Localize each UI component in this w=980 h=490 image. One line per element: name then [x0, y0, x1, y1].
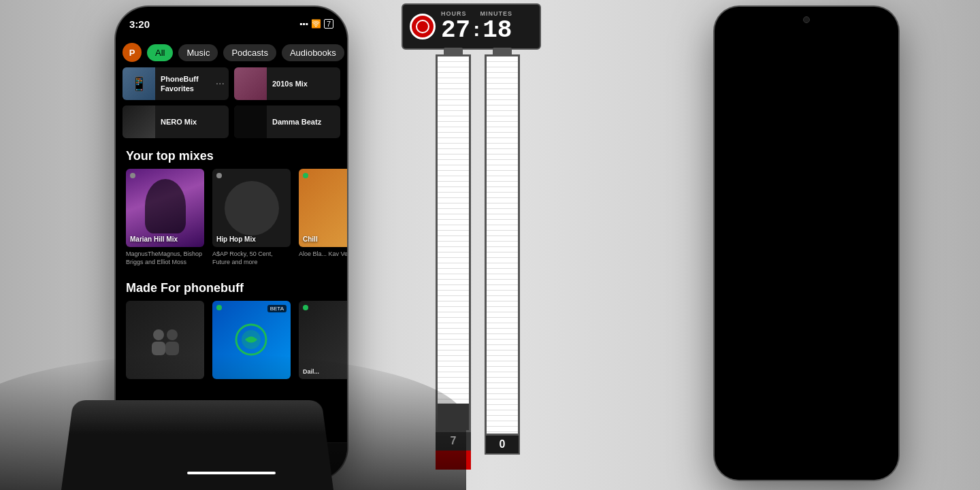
battery-columns: 7 0 [436, 48, 520, 470]
timer-digits: 27 : 18 [441, 18, 512, 43]
beta-badge: BETA [267, 305, 287, 312]
list-item[interactable]: 📱 PhoneBuff Favorites ··· [122, 67, 229, 100]
mix-dot-green [303, 173, 308, 178]
recently-played-grid: 📱 PhoneBuff Favorites ··· 2010s Mix [116, 67, 347, 138]
recently-title: 2010s Mix [272, 79, 340, 88]
battery-tip-right [493, 48, 512, 54]
list-item[interactable]: NERO Mix [122, 105, 229, 138]
mix-card-marian[interactable]: Marian Hill Mix MagnusTheMagnus, Bishop … [126, 169, 204, 266]
filter-all[interactable]: All [147, 44, 173, 61]
mix-label: Marian Hill Mix [130, 235, 200, 243]
spotify-dot-2 [303, 305, 308, 310]
list-item[interactable]: 2010s Mix [234, 67, 340, 100]
timer-hours: 27 [441, 18, 470, 43]
timer-icon [410, 14, 436, 39]
battery-icon: 7 [324, 19, 333, 29]
wifi-icon: 🛜 [311, 19, 321, 29]
thumb-damma [234, 105, 267, 138]
thumb-phonebuff: 📱 [122, 67, 155, 100]
timer-widget: HOURS MINUTES 27 : 18 [402, 3, 541, 50]
filter-audiobooks[interactable]: Audiobooks [282, 44, 344, 61]
thumb-nero [122, 105, 155, 138]
equipment-body [61, 400, 333, 490]
timer-minutes: 18 [483, 18, 512, 43]
thumb-2010s [234, 67, 267, 100]
timer-colon: : [473, 19, 480, 39]
top-mixes-heading: Your top mixes [116, 144, 347, 169]
filter-music[interactable]: Music [178, 44, 218, 61]
filter-podcasts[interactable]: Podcasts [223, 44, 276, 61]
samsung-camera-dot [803, 16, 810, 23]
mix-artists: Aloe Bla... Kav Verh... [299, 250, 347, 259]
user-avatar[interactable]: P [122, 43, 142, 62]
home-indicator [187, 472, 276, 474]
battery-fill-left [438, 404, 469, 429]
signal-icon: ▪▪▪ [299, 19, 308, 29]
battery-tip-left [444, 48, 463, 54]
spotify-dot [216, 305, 222, 310]
mix-thumb-chill: Chill [299, 169, 347, 247]
mix-card-chill[interactable]: Chill Aloe Bla... Kav Verh... [299, 169, 347, 266]
samsung-frame [715, 7, 898, 480]
recently-title: Damma Beatz [272, 117, 340, 127]
svg-point-2 [167, 329, 178, 340]
mix-thumb-hiphop: Hip Hop Mix [212, 169, 291, 247]
mix-thumb-marian: Marian Hill Mix [126, 169, 204, 247]
battery-label-right: 0 [485, 436, 520, 455]
battery-lines-left [438, 56, 469, 430]
list-item[interactable]: Damma Beatz [234, 105, 340, 138]
battery-samsung: 0 [485, 48, 520, 470]
status-icons: ▪▪▪ 🛜 7 [299, 19, 333, 29]
mix-artists: A$AP Rocky, 50 Cent, Future and more [212, 250, 291, 266]
top-mixes-row: Marian Hill Mix MagnusTheMagnus, Bishop … [116, 169, 347, 266]
svg-rect-3 [165, 342, 179, 355]
mix-card-hiphop[interactable]: Hip Hop Mix A$AP Rocky, 50 Cent, Future … [212, 169, 291, 266]
timer-display: HOURS MINUTES 27 : 18 [441, 10, 533, 43]
mix-dot-gray2 [216, 173, 222, 178]
recently-title: NERO Mix [161, 117, 229, 127]
mix-label: Chill [303, 235, 347, 243]
battery-body-left [436, 54, 471, 432]
mix-dot-gray [130, 173, 135, 178]
status-bar: 3:20 ▪▪▪ 🛜 7 [129, 14, 333, 34]
battery-body-right [485, 54, 520, 436]
svg-point-0 [153, 329, 164, 340]
recently-title: PhoneBuff Favorites [161, 74, 210, 94]
made-for-heading: Made For phonebuff [116, 276, 347, 301]
filter-bar: P All Music Podcasts Audiobooks [116, 37, 347, 67]
samsung-screen [715, 7, 898, 480]
mix-artists: MagnusTheMagnus, Bishop Briggs and Ellio… [126, 250, 204, 266]
status-time: 3:20 [129, 18, 150, 30]
svg-rect-1 [152, 342, 165, 355]
battery-iphone: 7 [436, 48, 471, 470]
timer-inner-icon [416, 20, 429, 33]
more-dots-icon[interactable]: ··· [216, 78, 229, 90]
battery-lines-right [487, 56, 518, 434]
mix-label: Hip Hop Mix [216, 235, 287, 243]
spotify-ai-icon [233, 321, 270, 359]
